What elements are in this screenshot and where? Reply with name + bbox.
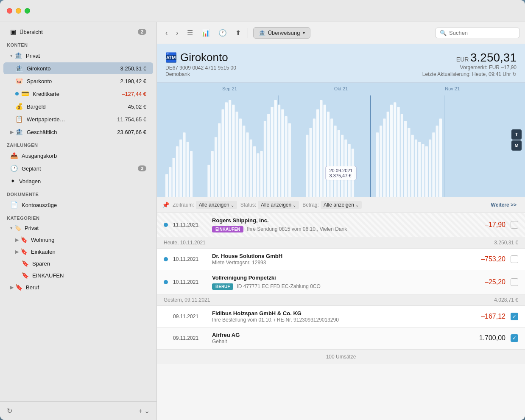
tx-amount: –17,90 (472, 221, 505, 229)
svg-rect-27 (260, 151, 263, 197)
account-header-top: 🏧 Girokonto DE67 9009 0042 4711 9515 00 … (165, 51, 517, 77)
status-select[interactable]: Alle anzeigen (258, 201, 299, 209)
sidebar-item-hobby[interactable]: 🔖 EINKAUFEN (3, 270, 153, 281)
sidebar-item-sparen[interactable]: 🔖 Sparen (3, 258, 153, 269)
list-view-button[interactable]: ☰ (184, 27, 196, 39)
account-title: 🏧 Girokonto (165, 51, 236, 64)
dokumente-header: Dokumente (0, 188, 156, 199)
tx-checkbox[interactable]: ✓ (511, 334, 518, 342)
hobby-bookmark-icon: 🔖 (22, 272, 29, 279)
geschaftlich-expand-arrow: ▶ (10, 129, 14, 135)
refresh-icon[interactable]: ↻ (7, 407, 12, 415)
sidebar-item-vorlagen[interactable]: ✦ Vorlagen (3, 175, 153, 187)
tx-date: 09.11.2021 (173, 335, 207, 341)
sidebar-item-geschaftlich[interactable]: ▶ 🏦 Geschäftlich 23.607,66 € (3, 126, 153, 138)
tx-date: 10.11.2021 (173, 279, 207, 285)
sidebar-item-girokonto[interactable]: 🏦 Girokonto 3.250,31 € (3, 62, 153, 74)
svg-rect-59 (408, 128, 410, 197)
search-input[interactable] (449, 30, 515, 36)
table-row: 09.11.2021 Fidibus Holzspan GmbH & Co. K… (157, 306, 525, 328)
sidebar-item-wertpapiere[interactable]: 📋 Wertpapierde… 11.754,65 € (3, 113, 153, 125)
tx-checkbox[interactable] (511, 221, 518, 229)
tx-payee: Rogers Shipping, Inc. (212, 217, 466, 224)
minimize-button[interactable] (16, 8, 21, 14)
svg-rect-38 (313, 119, 316, 197)
svg-rect-55 (394, 102, 396, 197)
tx-status-dot (164, 280, 168, 284)
sidebar-item-geplant[interactable]: 🕐 Geplant 3 (3, 162, 153, 174)
vorgemerkt-amount: –17,90 (501, 64, 517, 70)
kontoauszuge-label: Kontoauszüge (22, 202, 146, 208)
chart-view-button[interactable]: 📊 (198, 27, 213, 39)
add-button[interactable]: + ⌄ (138, 407, 150, 415)
tx-category-tag[interactable]: BERUF (212, 283, 233, 290)
refresh-icon-small[interactable]: ↻ (512, 71, 517, 77)
geschaftlich-label: Geschäftlich (27, 129, 117, 135)
status-filter: Status: Alle anzeigen (240, 201, 299, 209)
sidebar-item-einkaufen[interactable]: ▶ 🔖 Einkaufen (3, 246, 153, 257)
sidebar-item-bargeld[interactable]: 💰 Bargeld 45,02 € (3, 101, 153, 112)
chart-tm-buttons: T M (511, 129, 522, 151)
search-bar[interactable]: 🔍 (435, 28, 520, 38)
sparen-bookmark-icon: 🔖 (22, 260, 29, 267)
sidebar-item-kontoauszuge[interactable]: 📄 Kontoauszüge (3, 199, 153, 211)
zeitraum-select[interactable]: Alle anzeigen (196, 201, 237, 209)
sidebar-item-wohnung[interactable]: ▶ 🔖 Wohnung (3, 234, 153, 245)
sidebar-item-kreditkarte[interactable]: 💳 Kreditkarte –127,44 € (3, 88, 153, 100)
svg-rect-18 (229, 100, 231, 197)
account-left: 🏧 Girokonto DE67 9009 0042 4711 9515 00 … (165, 51, 236, 77)
chart-t-button[interactable]: T (511, 129, 522, 140)
sidebar-item-beruf[interactable]: ▶ 🔖 Beruf (3, 282, 153, 293)
transactions-count: 100 Umsätze (326, 354, 356, 360)
tx-details: Fidibus Holzspan GmbH & Co. KG Ihre Best… (212, 310, 466, 323)
sidebar-item-ubersicht[interactable]: ▣ Übersicht 2 (3, 26, 153, 38)
tx-payee: Fidibus Holzspan GmbH & Co. KG (212, 310, 466, 316)
privat-expand-arrow: ▾ (10, 53, 13, 59)
close-button[interactable] (7, 8, 12, 14)
betrag-select[interactable]: Alle anzeigen (321, 201, 362, 209)
maximize-button[interactable] (25, 8, 30, 14)
ubersicht-icon: ▣ (10, 28, 16, 36)
einkaufen-expand-arrow: ▶ (15, 249, 19, 255)
privat-icon: 🏦 (14, 52, 22, 59)
uberweisung-button[interactable]: 🏦 Überweisung ▾ (253, 27, 310, 39)
tx-description: Gehalt (212, 339, 466, 344)
tx-checkbox[interactable]: ✓ (511, 313, 518, 320)
sidebar-group-privat[interactable]: ▾ 🏦 Privat (3, 50, 153, 62)
sidebar-item-sparkonto[interactable]: 🐷 Sparkonto 2.190,42 € (3, 75, 153, 87)
sidebar-group-privat-kat[interactable]: ▾ 🏷️ Privat (3, 223, 153, 233)
chart-m-button[interactable]: M (511, 140, 522, 151)
uberweisung-chevron: ▾ (303, 31, 305, 35)
svg-rect-4 (179, 140, 182, 197)
account-currency: EUR (456, 56, 469, 63)
back-button[interactable]: ‹ (162, 27, 171, 39)
svg-rect-56 (397, 107, 399, 197)
svg-rect-64 (425, 146, 428, 197)
weitere-button[interactable]: Weitere >> (488, 201, 520, 209)
privat-kat-bookmark: 🏷️ (14, 225, 21, 231)
bargeld-label: Bargeld (27, 104, 128, 110)
forward-button[interactable]: › (173, 27, 182, 39)
tx-payee: Dr. House Solutions GmbH (212, 253, 466, 259)
svg-rect-51 (380, 126, 382, 197)
uberweisung-icon: 🏦 (259, 30, 265, 36)
tx-category-tag[interactable]: EINKAUFEN (212, 226, 243, 232)
einkaufen-bookmark-icon: 🔖 (20, 248, 28, 255)
tx-checkbox[interactable] (511, 255, 518, 263)
kreditkarte-amount: –127,44 € (122, 91, 146, 97)
svg-rect-44 (334, 126, 336, 197)
kreditkarte-status-dot (15, 92, 19, 95)
update-line: Letzte Aktualisierung: Heute, 09:41 Uhr … (422, 71, 517, 77)
sidebar-item-ausgangskorb[interactable]: 📤 Ausgangskorb (3, 150, 153, 162)
tx-checkbox[interactable] (511, 278, 518, 286)
geschaftlich-amount: 23.607,66 € (117, 129, 146, 135)
history-button[interactable]: 🕐 (215, 27, 230, 39)
date-separator-balance: 3.250,31 € (494, 240, 518, 246)
vorlagen-label: Vorlagen (19, 178, 146, 185)
account-meta: Vorgemerkt: EUR –17,90 Letzte Aktualisie… (422, 64, 517, 77)
tx-description: Ihre Sendung 0815 vom 06.10., Vielen Dan… (247, 226, 347, 232)
beruf-bookmark-icon: 🔖 (15, 284, 22, 291)
svg-rect-20 (236, 112, 238, 197)
bargeld-amount: 45,02 € (128, 104, 146, 110)
share-button[interactable]: ⬆ (232, 27, 244, 39)
